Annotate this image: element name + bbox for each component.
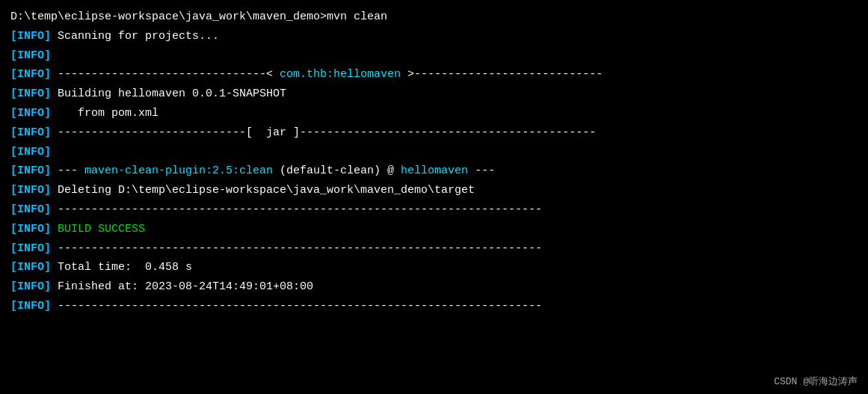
line-8-mid: (default-clean) @ (273, 161, 401, 181)
line-6-sep2: ]---------------------------------------… (293, 123, 596, 143)
line-8-pre: --- (51, 161, 84, 181)
terminal-line-14: [INFO] Finished at: 2023-08-24T14:49:01+… (10, 277, 858, 297)
terminal-line-10: [INFO] ---------------------------------… (10, 200, 858, 220)
command-text: D:\temp\eclipse-workspace\java_work\mave… (10, 7, 387, 27)
info-prefix-5: [INFO] (10, 104, 51, 123)
info-prefix-13: [INFO] (10, 258, 51, 277)
terminal-line-1: [INFO] Scanning for projects... (10, 27, 858, 46)
info-prefix-14: [INFO] (10, 277, 51, 297)
info-prefix-6: [INFO] (10, 123, 51, 143)
info-prefix-7: [INFO] (10, 143, 51, 162)
line-8-project: hellomaven (401, 161, 468, 181)
terminal-line-6: [INFO] ----------------------------[ jar… (10, 123, 858, 143)
line-13-text: Total time: 0.458 s (51, 258, 192, 277)
terminal-line-8: [INFO] --- maven-clean-plugin:2.5:clean … (10, 161, 858, 181)
line-6-sep1: ----------------------------[ (51, 123, 259, 143)
line-10-text: ----------------------------------------… (51, 200, 542, 220)
info-prefix-8: [INFO] (10, 161, 51, 181)
terminal-line-4: [INFO] Building hellomaven 0.0.1-SNAPSHO… (10, 84, 858, 104)
line-6-highlight: jar (259, 123, 293, 143)
terminal-line-7: [INFO] (10, 143, 858, 162)
info-prefix-15: [INFO] (10, 297, 51, 316)
terminal-line-15: [INFO] ---------------------------------… (10, 297, 858, 316)
line-14-text: Finished at: 2023-08-24T14:49:01+08:00 (51, 277, 313, 297)
line-8-end: --- (468, 161, 495, 181)
line-3-sep2: >---------------------------- (401, 65, 603, 84)
line-8-plugin: maven-clean-plugin:2.5:clean (84, 161, 273, 181)
line-5-text: from pom.xml (51, 104, 158, 123)
terminal-line-3: [INFO] -------------------------------< … (10, 65, 858, 84)
line-12-text: ----------------------------------------… (51, 239, 542, 259)
watermark: CSDN @听海边涛声 (774, 375, 858, 388)
terminal-line-13: [INFO] Total time: 0.458 s (10, 258, 858, 277)
line-4-text: Building hellomaven 0.0.1-SNAPSHOT (51, 84, 286, 104)
info-prefix-2: [INFO] (10, 46, 51, 66)
info-prefix-11: [INFO] (10, 220, 51, 239)
terminal-line-9: [INFO] Deleting D:\temp\eclipse-workspac… (10, 181, 858, 200)
line-1-text: Scanning for projects... (51, 27, 219, 46)
info-prefix-3: [INFO] (10, 65, 51, 84)
terminal-line-11: [INFO] BUILD SUCCESS (10, 220, 858, 239)
info-prefix-4: [INFO] (10, 84, 51, 104)
terminal-line-5: [INFO] from pom.xml (10, 104, 858, 123)
info-prefix-1: [INFO] (10, 27, 51, 46)
terminal-line-12: [INFO] ---------------------------------… (10, 239, 858, 259)
line-3-highlight: com.thb:hellomaven (280, 65, 401, 84)
line-11-success: BUILD SUCCESS (51, 220, 145, 239)
info-prefix-12: [INFO] (10, 239, 51, 259)
command-line: D:\temp\eclipse-workspace\java_work\mave… (10, 7, 858, 27)
terminal-line-2: [INFO] (10, 46, 858, 66)
info-prefix-10: [INFO] (10, 200, 51, 220)
line-9-text: Deleting D:\temp\eclipse-workspace\java_… (51, 181, 475, 200)
line-15-text: ----------------------------------------… (51, 297, 542, 316)
info-prefix-9: [INFO] (10, 181, 51, 200)
line-3-sep1: -------------------------------< (51, 65, 280, 84)
